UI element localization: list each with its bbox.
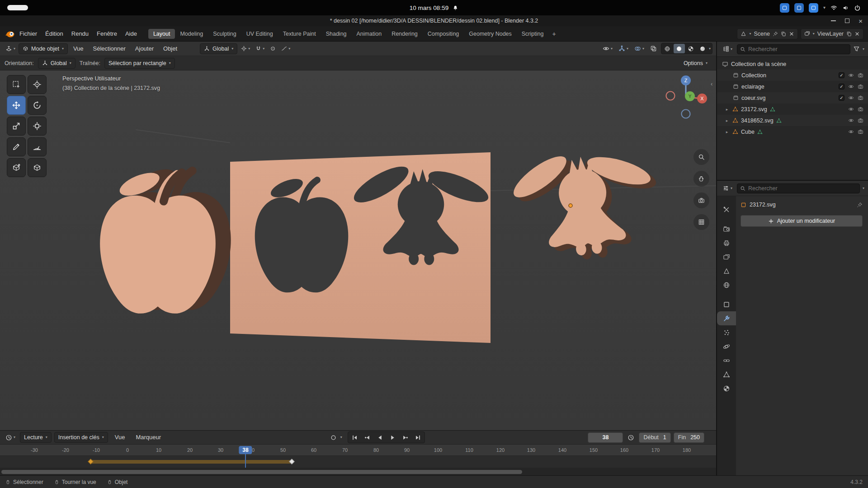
menu-edition[interactable]: Édition xyxy=(41,28,67,39)
auto-keying-toggle[interactable] xyxy=(328,432,339,443)
outliner-search[interactable] xyxy=(737,44,850,54)
menu-fichier[interactable]: Fichier xyxy=(15,28,41,39)
outliner-row-eclairage[interactable]: eclairage ✓ xyxy=(717,81,868,92)
hide-eye-icon[interactable] xyxy=(848,95,854,101)
transform-tool[interactable] xyxy=(28,117,47,136)
snap-toggle[interactable]: ▾ xyxy=(254,43,266,54)
menu-rendu[interactable]: Rendu xyxy=(67,28,93,39)
zoom-button[interactable] xyxy=(693,149,709,165)
tab-view-layer[interactable] xyxy=(717,250,736,264)
outliner-row-23172-svg[interactable]: ▸ 23172.svg xyxy=(717,103,868,115)
outliner-row-cube[interactable]: ▸ Cube xyxy=(717,126,868,137)
tab-world[interactable] xyxy=(717,278,736,292)
window-title-bar[interactable]: * dessin 02 [/home/didier/3D/A DESSIN/BL… xyxy=(0,15,868,26)
shading-solid-button[interactable] xyxy=(674,44,685,53)
tab-particles[interactable] xyxy=(717,325,736,339)
current-frame-field[interactable]: 38 xyxy=(588,432,623,443)
render-camera-icon[interactable] xyxy=(858,72,863,78)
timeline-menu-vue[interactable]: Vue xyxy=(111,432,129,443)
menu-objet[interactable]: Objet xyxy=(159,43,181,54)
properties-search[interactable] xyxy=(737,183,860,193)
properties-editor-type-button[interactable]: ▾ xyxy=(721,183,734,194)
tab-physics[interactable] xyxy=(717,339,736,353)
timeline-menu-marqueur[interactable]: Marqueur xyxy=(132,432,165,443)
workspace-tab-uv-editing[interactable]: UV Editing xyxy=(241,29,278,39)
prev-keyframe-button[interactable] xyxy=(361,432,373,442)
timeline-scrollbar[interactable] xyxy=(0,468,716,476)
outliner-search-input[interactable] xyxy=(748,46,847,52)
chevron-down-icon[interactable]: ▾ xyxy=(863,47,864,51)
hide-eye-icon[interactable] xyxy=(848,72,854,78)
collection-checkbox[interactable]: ✓ xyxy=(839,84,844,89)
expand-icon[interactable]: ▸ xyxy=(724,107,730,112)
play-reverse-button[interactable] xyxy=(374,432,386,442)
transform-orientation-dropdown[interactable]: Global ▾ xyxy=(200,43,237,54)
editor-type-button[interactable]: ▾ xyxy=(4,43,17,54)
outliner-editor-type-button[interactable]: ▾ xyxy=(721,44,734,55)
properties-search-input[interactable] xyxy=(748,185,857,192)
camera-view-button[interactable] xyxy=(693,192,709,208)
annotate-tool[interactable] xyxy=(7,137,26,156)
outliner-row-3418652-svg[interactable]: ▸ 3418652.svg xyxy=(717,115,868,126)
wifi-icon[interactable] xyxy=(830,5,837,11)
render-camera-icon[interactable] xyxy=(858,95,863,101)
overlays-toggle[interactable]: ▾ xyxy=(632,43,646,54)
shading-rendered-button[interactable] xyxy=(697,44,708,53)
app-indicator-icon[interactable] xyxy=(794,3,804,13)
new-scene-icon[interactable] xyxy=(781,31,786,37)
playback-dropdown[interactable]: Lecture ▾ xyxy=(20,432,52,443)
viewport-canvas[interactable] xyxy=(0,70,716,430)
system-clock[interactable]: 10 mars 08:59 xyxy=(410,5,458,11)
workspace-tab-shading[interactable]: Shading xyxy=(321,29,352,39)
cursor-tool[interactable] xyxy=(28,75,47,94)
render-camera-icon[interactable] xyxy=(858,106,863,112)
tab-render[interactable] xyxy=(717,222,736,236)
hide-eye-icon[interactable] xyxy=(848,129,854,135)
keying-dropdown[interactable]: Insertion de clés ▾ xyxy=(54,432,108,443)
outliner-row-collection[interactable]: Collection ✓ xyxy=(717,70,868,81)
close-icon[interactable]: × xyxy=(859,18,863,24)
blender-logo-icon[interactable] xyxy=(5,29,15,39)
proportional-editing-toggle[interactable] xyxy=(268,43,278,54)
menu-aide[interactable]: Aide xyxy=(121,28,141,39)
ortho-toggle-button[interactable] xyxy=(693,214,709,230)
jump-to-start-button[interactable] xyxy=(349,432,361,442)
menu-vue[interactable]: Vue xyxy=(69,43,88,54)
workspace-tab-texture-paint[interactable]: Texture Paint xyxy=(278,29,321,39)
power-icon[interactable] xyxy=(854,5,861,11)
unlink-scene-icon[interactable] xyxy=(789,31,794,37)
select-box-tool[interactable] xyxy=(7,75,26,94)
render-camera-icon[interactable] xyxy=(858,117,863,123)
collection-checkbox[interactable]: ✓ xyxy=(839,72,844,78)
shading-material-button[interactable] xyxy=(685,44,697,53)
hide-eye-icon[interactable] xyxy=(848,84,854,89)
options-dropdown[interactable]: Options ▾ xyxy=(679,58,712,69)
tab-modifiers[interactable] xyxy=(717,311,736,325)
xray-toggle[interactable] xyxy=(648,43,659,54)
hide-eye-icon[interactable] xyxy=(848,117,854,123)
pan-button[interactable] xyxy=(693,171,709,187)
gizmo-x-neg-axis[interactable] xyxy=(666,92,675,100)
tab-constraints[interactable] xyxy=(717,353,736,367)
orientation-dropdown[interactable]: Global ▾ xyxy=(38,58,75,69)
breadcrumb-object-name[interactable]: 23172.svg xyxy=(750,202,776,208)
scale-tool[interactable] xyxy=(7,117,26,136)
workspace-tab-compositing[interactable]: Compositing xyxy=(423,29,464,39)
menu-fenetre[interactable]: Fenêtre xyxy=(93,28,121,39)
gizmo-z-neg-axis[interactable] xyxy=(682,110,690,118)
visibility-dropdown[interactable]: ▾ xyxy=(601,43,614,54)
tray-chevron-icon[interactable]: ▾ xyxy=(823,5,826,10)
new-view-layer-icon[interactable] xyxy=(846,31,852,37)
chevron-down-icon[interactable]: ▾ xyxy=(863,187,864,190)
menu-selectionner[interactable]: Sélectionner xyxy=(89,43,130,54)
workspace-tab-geometry-nodes[interactable]: Geometry Nodes xyxy=(464,29,516,39)
pin-icon[interactable] xyxy=(773,31,778,37)
workspace-tab-scripting[interactable]: Scripting xyxy=(517,29,549,39)
frame-start-field[interactable]: Début 1 xyxy=(639,432,670,443)
scrollbar-thumb[interactable] xyxy=(1,470,522,474)
expand-icon[interactable]: ▸ xyxy=(724,130,730,134)
frame-end-field[interactable]: Fin 250 xyxy=(674,432,704,443)
tab-object[interactable] xyxy=(717,297,736,311)
navigation-gizmo[interactable]: Z X Y xyxy=(661,72,711,122)
pin-icon[interactable] xyxy=(857,202,863,208)
